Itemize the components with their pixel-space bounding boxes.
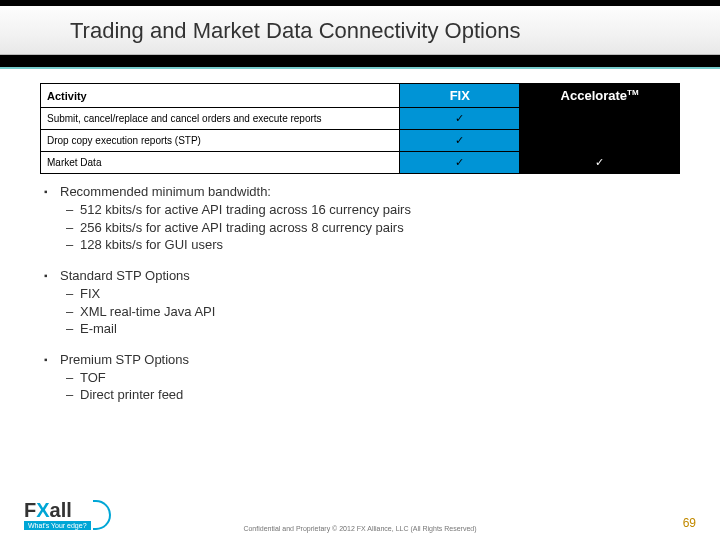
sub-item: 512 kbits/s for active API trading acros… [66, 201, 680, 219]
table-row: Drop copy execution reports (STP) ✓ [41, 130, 680, 152]
page-number: 69 [683, 516, 696, 530]
check-icon: ✓ [455, 156, 464, 168]
page-title: Trading and Market Data Connectivity Opt… [70, 18, 720, 44]
row-acc [520, 130, 680, 152]
logo-x: X [36, 499, 49, 521]
check-icon: ✓ [455, 112, 464, 124]
table-row: Market Data ✓ ✓ [41, 152, 680, 174]
row-label: Market Data [41, 152, 400, 174]
bullet-item: Recommended minimum bandwidth: 512 kbits… [48, 184, 680, 254]
content-area: Activity FIX AccelorateTM Submit, cancel… [0, 69, 720, 404]
row-acc: ✓ [520, 152, 680, 174]
bullet-title: Premium STP Options [60, 352, 189, 367]
check-icon: ✓ [595, 156, 604, 168]
sub-item: 128 kbits/s for GUI users [66, 236, 680, 254]
bullet-item: Standard STP Options FIX XML real-time J… [48, 268, 680, 338]
row-label: Submit, cancel/replace and cancel orders… [41, 108, 400, 130]
bullet-title: Standard STP Options [60, 268, 190, 283]
row-label: Drop copy execution reports (STP) [41, 130, 400, 152]
connectivity-table: Activity FIX AccelorateTM Submit, cancel… [40, 83, 680, 174]
acc-label: Accelorate [561, 88, 627, 103]
logo-text: FXall [24, 500, 72, 520]
row-fix: ✓ [400, 108, 520, 130]
header-underline [0, 55, 720, 69]
sub-list: TOF Direct printer feed [66, 369, 680, 404]
confidential-text: Confidential and Proprietary © 2012 FX A… [0, 525, 720, 532]
sub-item: E-mail [66, 320, 680, 338]
bullet-item: Premium STP Options TOF Direct printer f… [48, 352, 680, 404]
col-activity: Activity [41, 84, 400, 108]
col-accelorate: AccelorateTM [520, 84, 680, 108]
bullet-list: Recommended minimum bandwidth: 512 kbits… [40, 184, 680, 403]
sub-list: FIX XML real-time Java API E-mail [66, 285, 680, 338]
sub-item: FIX [66, 285, 680, 303]
logo-f: F [24, 499, 36, 521]
header: Trading and Market Data Connectivity Opt… [0, 6, 720, 55]
sub-item: XML real-time Java API [66, 303, 680, 321]
tm-mark: TM [627, 88, 639, 97]
footer: FXall What's Your edge? Confidential and… [0, 494, 720, 540]
table-header-row: Activity FIX AccelorateTM [41, 84, 680, 108]
col-fix: FIX [400, 84, 520, 108]
sub-list: 512 kbits/s for active API trading acros… [66, 201, 680, 254]
check-icon: ✓ [455, 134, 464, 146]
row-fix: ✓ [400, 130, 520, 152]
sub-item: TOF [66, 369, 680, 387]
row-fix: ✓ [400, 152, 520, 174]
sub-item: 256 kbits/s for active API trading acros… [66, 219, 680, 237]
row-acc [520, 108, 680, 130]
table-row: Submit, cancel/replace and cancel orders… [41, 108, 680, 130]
logo-all: all [50, 499, 72, 521]
bullet-title: Recommended minimum bandwidth: [60, 184, 271, 199]
sub-item: Direct printer feed [66, 386, 680, 404]
